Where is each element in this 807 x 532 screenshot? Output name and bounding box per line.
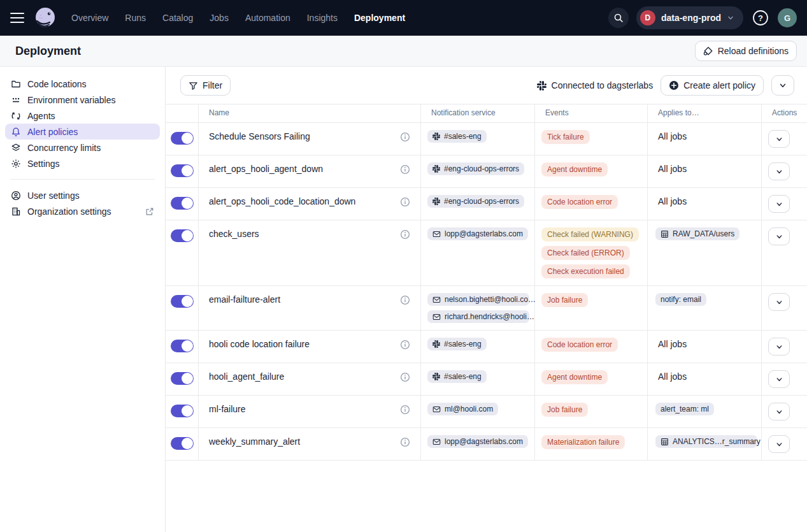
slack-connection-status: Connected to dagsterlabs (537, 80, 653, 90)
notification-target-pill: nelson.bighetti@hooli.co… (427, 293, 529, 306)
sidebar-item-label: Alert policies (27, 127, 78, 137)
sidebar-item-concurrency-limits[interactable]: Concurrency limits (5, 140, 160, 155)
settings-sidebar: Code locationsEnvironment variablesAgent… (0, 67, 166, 532)
workspace-switcher[interactable]: D data-eng-prod (636, 6, 743, 29)
row-actions-button[interactable] (768, 195, 790, 213)
reload-definitions-button[interactable]: Reload definitions (695, 41, 797, 61)
policy-name: hooli code location failure (209, 339, 310, 349)
policy-enabled-toggle[interactable] (171, 405, 194, 417)
sidebar-item-environment-variables[interactable]: Environment variables (5, 92, 160, 108)
search-button[interactable] (608, 8, 629, 28)
info-icon[interactable] (400, 405, 410, 415)
workspace-name: data-eng-prod (661, 13, 721, 23)
sidebar-divider (10, 179, 155, 180)
policy-enabled-toggle[interactable] (171, 229, 194, 242)
row-actions-button[interactable] (768, 403, 790, 421)
info-icon[interactable] (400, 372, 410, 382)
header-events: Events (535, 104, 648, 122)
filter-icon (189, 81, 198, 90)
sidebar-item-alert-policies[interactable]: Alert policies (5, 124, 160, 140)
nav-item-catalog[interactable]: Catalog (162, 13, 193, 23)
nav-item-deployment[interactable]: Deployment (354, 13, 405, 23)
header-applies-to: Applies to… (648, 104, 762, 122)
sidebar-item-organization-settings[interactable]: Organization settings (5, 203, 160, 219)
row-actions-button[interactable] (768, 162, 790, 180)
policy-enabled-toggle[interactable] (171, 372, 194, 385)
alert-policies-toolbar: Filter Connected to dagsterlabs Create a… (166, 67, 807, 104)
chevron-down-icon (775, 233, 783, 241)
email-icon (432, 313, 441, 321)
chevron-down-icon (775, 200, 783, 208)
nav-item-overview[interactable]: Overview (71, 13, 108, 23)
sidebar-item-code-locations[interactable]: Code locations (5, 76, 160, 92)
policy-name: ml-failure (209, 404, 246, 414)
dagster-logo-icon[interactable] (33, 6, 57, 30)
header-name: Name (199, 104, 421, 122)
user-avatar[interactable]: G (778, 8, 797, 27)
info-icon[interactable] (400, 229, 410, 240)
page-title: Deployment (15, 45, 81, 58)
slack-icon (432, 373, 440, 380)
more-actions-dropdown-button[interactable] (771, 75, 794, 96)
top-nav: OverviewRunsCatalogJobsAutomationInsight… (0, 0, 807, 36)
info-icon[interactable] (400, 340, 410, 350)
policy-enabled-toggle[interactable] (171, 197, 194, 210)
slack-icon (432, 133, 440, 140)
email-icon (432, 438, 441, 446)
create-alert-policy-button[interactable]: Create alert policy (661, 75, 764, 96)
applies-to-text: All jobs (658, 339, 687, 349)
sidebar-item-settings[interactable]: Settings (5, 155, 160, 171)
event-tag: Agent downtime (541, 370, 608, 384)
svg-text:?: ? (758, 13, 763, 23)
policy-name: check_users (209, 229, 259, 239)
info-icon[interactable] (400, 132, 410, 142)
info-icon[interactable] (400, 295, 410, 305)
nav-item-insights[interactable]: Insights (307, 13, 338, 23)
nav-item-jobs[interactable]: Jobs (210, 13, 229, 23)
help-button[interactable]: ? (751, 8, 770, 27)
code-location-icon (703, 46, 713, 56)
policy-name: email-failture-alert (209, 294, 280, 305)
policy-enabled-toggle[interactable] (171, 340, 194, 352)
filter-button[interactable]: Filter (180, 75, 231, 96)
notification-target-pill: #sales-eng (427, 338, 487, 350)
notification-target-pill: richard.hendricks@hooli… (427, 310, 529, 323)
policy-enabled-toggle[interactable] (171, 437, 194, 450)
info-icon[interactable] (400, 197, 410, 207)
row-actions-button[interactable] (768, 130, 790, 148)
alert-policy-row: check_userslopp@dagsterlabs.comCheck fai… (166, 220, 807, 286)
email-icon (432, 405, 441, 413)
sidebar-item-agents[interactable]: Agents (5, 108, 160, 124)
policy-enabled-toggle[interactable] (171, 132, 194, 145)
row-actions-button[interactable] (768, 338, 790, 356)
policy-enabled-toggle[interactable] (171, 295, 194, 308)
layers-icon (11, 143, 21, 153)
policy-enabled-toggle[interactable] (171, 164, 194, 177)
nav-item-automation[interactable]: Automation (245, 13, 290, 23)
row-actions-button[interactable] (768, 227, 790, 245)
question-icon: ? (752, 10, 769, 26)
policy-name: hooli_agent_failure (209, 371, 284, 382)
notification-target-pill: lopp@dagsterlabs.com (427, 227, 528, 240)
nav-item-runs[interactable]: Runs (125, 13, 146, 23)
info-icon[interactable] (400, 164, 410, 175)
policy-name: alert_ops_hooli_code_location_down (209, 196, 355, 206)
event-tag: Materialization failure (541, 435, 625, 449)
info-icon[interactable] (400, 437, 410, 447)
sidebar-item-label: Agents (27, 111, 55, 121)
sidebar-item-label: Code locations (27, 79, 87, 89)
applies-to-text: All jobs (658, 131, 687, 141)
row-actions-button[interactable] (768, 435, 790, 453)
policy-name: alert_ops_hooli_agent_down (209, 164, 323, 174)
row-actions-button[interactable] (768, 370, 790, 388)
row-actions-button[interactable] (768, 293, 790, 311)
sidebar-item-user-settings[interactable]: User settings (5, 187, 160, 203)
chevron-down-icon (775, 298, 783, 306)
alert-policy-row: alert_ops_hooli_agent_down#eng-cloud-ops… (166, 155, 807, 188)
event-tag: Code location error (541, 338, 618, 352)
primary-nav: OverviewRunsCatalogJobsAutomationInsight… (71, 13, 405, 23)
policy-name: Schedule Sensors Failing (209, 131, 310, 141)
email-icon (432, 230, 441, 238)
chevron-down-icon (727, 14, 734, 22)
hamburger-menu-icon[interactable] (10, 10, 25, 25)
